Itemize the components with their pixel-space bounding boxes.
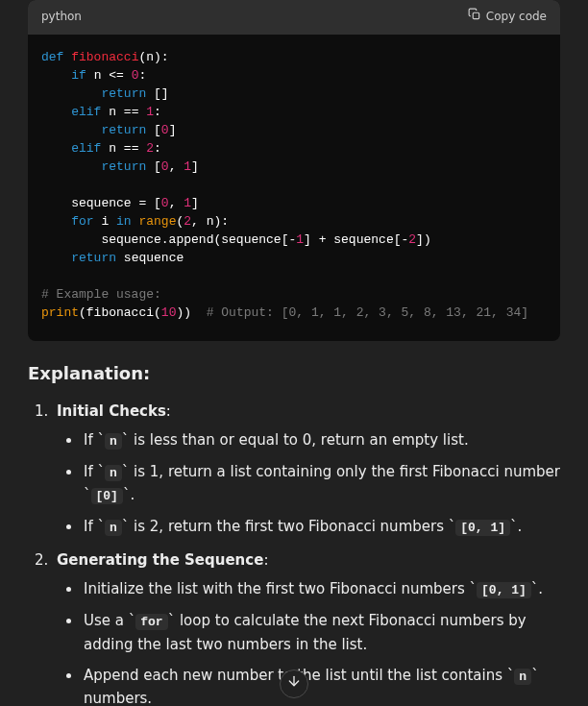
arrow-down-icon <box>286 672 302 695</box>
inline-code: [0] <box>91 488 123 504</box>
explanation-list: Initial Checks: If `n` is less than or e… <box>28 400 560 706</box>
code-block: python Copy code def fibonacci(n): if n … <box>28 0 560 341</box>
code-content[interactable]: def fibonacci(n): if n <= 0: return [] e… <box>28 35 560 341</box>
list-item: If `n` is 1, return a list containing on… <box>82 460 560 508</box>
copy-code-button[interactable]: Copy code <box>468 8 547 27</box>
code-header: python Copy code <box>28 0 560 35</box>
svg-rect-0 <box>473 12 478 18</box>
list-item: If `n` is 2, return the first two Fibona… <box>82 515 560 539</box>
list-item: Append each new number to the list until… <box>82 664 560 706</box>
copy-icon <box>468 8 481 27</box>
code-language: python <box>41 8 82 26</box>
list-item: If `n` is less than or equal to 0, retur… <box>82 428 560 452</box>
inline-code: [0, 1] <box>477 582 531 598</box>
inline-code: n <box>105 433 122 450</box>
scroll-down-button[interactable] <box>280 669 308 698</box>
inline-code: [0, 1] <box>455 520 510 536</box>
item-title: Generating the Sequence <box>57 551 263 569</box>
list-item: Use a `for` loop to calculate the next F… <box>82 609 560 656</box>
copy-code-label: Copy code <box>486 8 547 26</box>
inline-code: n <box>105 465 122 481</box>
inline-code: for <box>135 614 167 630</box>
explanation-heading: Explanation: <box>28 360 560 388</box>
list-item: Initial Checks: If `n` is less than or e… <box>53 400 560 539</box>
inline-code: n <box>514 669 531 685</box>
item-title: Initial Checks <box>57 402 166 420</box>
inline-code: n <box>105 520 122 536</box>
list-item: Initialize the list with the first two F… <box>82 577 560 601</box>
